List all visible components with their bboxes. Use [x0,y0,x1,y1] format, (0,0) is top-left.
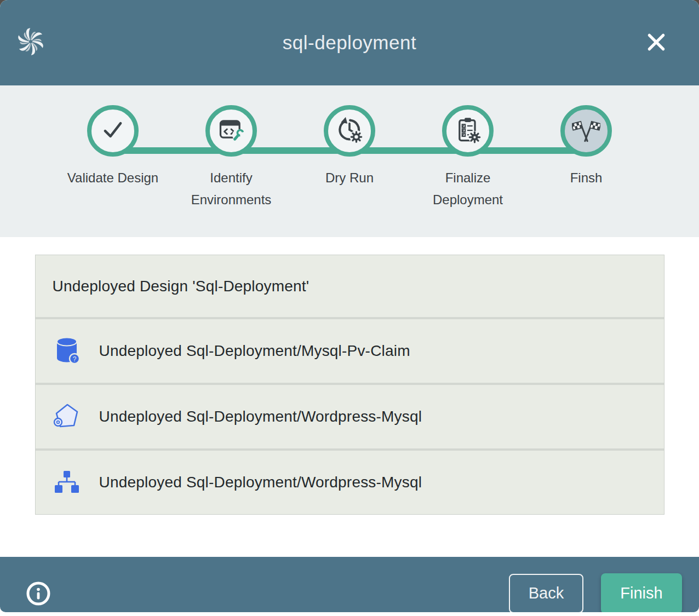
code-window-wrench-icon [217,116,245,146]
message-row-deployment: Undeployed Sql-Deployment/Wordpress-Mysq… [36,448,664,514]
stepper: Validate Design [54,85,645,211]
message-text: Undeployed Sql-Deployment/Wordpress-Mysq… [99,474,422,491]
message-row-design: Undeployed Design 'Sql-Deployment' [36,255,664,317]
message-row-pv-claim: ? Undeployed Sql-Deployment/Mysql-Pv-Cla… [36,317,664,383]
close-button[interactable] [644,31,668,55]
step-label: Finalize Deployment [410,167,525,211]
message-row-service: Undeployed Sql-Deployment/Wordpress-Mysq… [36,383,664,448]
step-identify-environments-circle[interactable] [205,105,257,157]
step-label: Finsh [570,167,603,189]
info-icon [25,600,51,608]
message-text: Undeployed Sql-Deployment/Wordpress-Mysq… [99,408,422,425]
step-finalize-deployment: Finalize Deployment [409,105,527,211]
step-label: Identify Environments [174,167,289,211]
svg-text:?: ? [72,355,76,363]
results-section: Undeployed Design 'Sql-Deployment' ? Und… [0,255,699,557]
service-icon [53,401,81,432]
message-text: Undeployed Design 'Sql-Deployment' [53,278,310,295]
message-text: Undeployed Sql-Deployment/Mysql-Pv-Claim [99,342,410,360]
step-label: Dry Run [325,167,374,189]
stepper-section: Validate Design [0,85,699,237]
check-icon [99,116,127,146]
deployment-message-list: Undeployed Design 'Sql-Deployment' ? Und… [35,255,664,515]
deployment-wizard-modal: sql-deployment [0,0,699,612]
step-dry-run: Dry Run [290,105,409,211]
step-finish: Finsh [527,105,645,211]
clipboard-gear-icon [454,116,482,146]
back-button[interactable]: Back [509,574,583,613]
checkered-flags-icon [572,116,600,146]
persistent-volume-claim-icon: ? [53,336,81,366]
step-finish-circle[interactable] [560,105,612,157]
step-dry-run-circle[interactable] [324,105,375,157]
step-identify-environments: Identify Environments [172,105,290,211]
modal-title: sql-deployment [0,32,699,54]
finish-button[interactable]: Finish [601,573,682,613]
meshery-logo-icon [14,25,47,58]
modal-header: sql-deployment [0,0,699,85]
step-finalize-deployment-circle[interactable] [442,105,494,157]
history-gear-icon [335,116,364,146]
info-button[interactable] [25,580,51,607]
close-icon [646,32,667,54]
step-validate-design-circle[interactable] [87,105,139,157]
step-label: Validate Design [67,167,158,189]
modal-footer: Back Finish [0,557,699,612]
step-validate-design: Validate Design [54,105,172,211]
deployment-icon [53,467,81,498]
